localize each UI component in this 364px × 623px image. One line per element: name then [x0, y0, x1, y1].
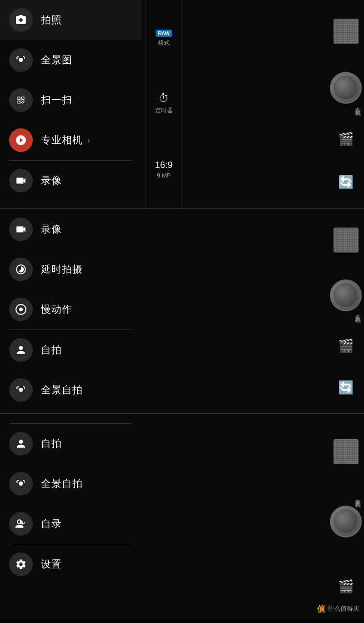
raw-badge: RAW — [156, 30, 172, 37]
pro-camera-icon-circle — [9, 128, 33, 152]
menu-item-pro-camera[interactable]: 专业相机 › — [0, 120, 141, 160]
pro-camera-label: 专业相机 — [41, 133, 83, 147]
menu-item-video[interactable]: 录像 — [0, 161, 141, 201]
watermark-text: 什么值得买 — [328, 605, 359, 613]
selfie2-label: 自拍 — [41, 437, 62, 451]
watermark: 值 什么值得买 — [317, 603, 359, 614]
shutter-inner — [334, 76, 358, 100]
video2-label: 录像 — [41, 223, 62, 236]
photo-thumbnail-3[interactable] — [334, 439, 359, 464]
ratio-control[interactable]: 16:9 9 MP — [155, 160, 173, 179]
panorama-selfie2-icon — [15, 479, 27, 489]
menu-item-scan[interactable]: 扫一扫 — [0, 80, 141, 120]
right-panel-3: 🎬 — [328, 414, 364, 619]
timer-control[interactable]: ⏱ 定时器 — [155, 92, 173, 115]
selfie-video-icon — [15, 518, 27, 530]
camera-section-1: 拍照 全景图 扫一扫 专业相机 — [0, 0, 364, 209]
menu-item-timelapse[interactable]: 延时拍摄 — [0, 249, 141, 289]
selfie2-icon-circle — [9, 432, 33, 456]
shutter-button[interactable] — [330, 72, 362, 104]
raw-format-control[interactable]: RAW 格式 — [156, 30, 172, 47]
scan-label: 扫一扫 — [41, 93, 72, 107]
camera-section-2: 录像 延时拍摄 慢动作 — [0, 209, 364, 414]
vertical-label-3: 专业相机 — [354, 494, 362, 498]
timer-icon: ⏱ — [158, 92, 169, 105]
panorama-label: 全景图 — [41, 53, 72, 67]
menu-item-panorama[interactable]: 全景图 — [0, 40, 141, 80]
photo-icon-circle — [9, 8, 33, 32]
slowmo-label: 慢动作 — [41, 303, 72, 316]
selfie-icon — [15, 344, 27, 356]
format-label: 格式 — [158, 39, 170, 47]
selfie-video-label: 自录 — [41, 517, 62, 531]
photo-thumbnail-2[interactable] — [334, 228, 359, 253]
video-icon-circle — [9, 169, 33, 192]
panorama-icon-circle — [9, 48, 33, 72]
menu-item-slowmo[interactable]: 慢动作 — [0, 289, 141, 329]
menu-list-2: 录像 延时拍摄 慢动作 — [0, 209, 141, 410]
switch-camera-icon-2[interactable]: 🔄 — [338, 380, 354, 395]
camera-section-3: 自拍 全景自拍 自录 设置 — [0, 414, 364, 619]
menu-list-1: 拍照 全景图 扫一扫 专业相机 — [0, 0, 141, 201]
scan-icon-circle — [9, 88, 33, 112]
menu-item-selfie2[interactable]: 自拍 — [0, 424, 141, 464]
selfie-icon-circle — [9, 338, 33, 362]
mp-value: 9 MP — [157, 172, 171, 179]
pro-camera-icon — [15, 134, 27, 146]
panorama-selfie2-icon-circle — [9, 472, 33, 496]
vertical-label-2: 专业相机 — [354, 309, 362, 313]
video-mode-icon[interactable]: 🎬 — [338, 132, 354, 147]
menu-list-3: 自拍 全景自拍 自录 设置 — [0, 414, 141, 584]
video-mode-icon-3[interactable]: 🎬 — [338, 579, 354, 594]
switch-camera-icon[interactable]: 🔄 — [338, 175, 354, 190]
shutter-inner-3 — [334, 509, 358, 534]
selfie-video-icon-circle — [9, 512, 33, 536]
selfie2-icon — [15, 438, 27, 450]
menu-item-settings[interactable]: 设置 — [0, 544, 141, 584]
panorama-selfie-icon-circle — [9, 378, 33, 402]
top-spacer — [0, 414, 141, 423]
timelapse-icon — [15, 263, 27, 275]
panorama-icon — [15, 55, 27, 65]
center-controls-1: RAW 格式 ⏱ 定时器 16:9 9 MP — [146, 0, 182, 208]
watermark-symbol: 值 — [317, 603, 325, 614]
video2-icon — [15, 223, 27, 235]
photo-thumbnail[interactable] — [334, 19, 359, 44]
slowmo-icon-circle — [9, 298, 33, 321]
timelapse-label: 延时拍摄 — [41, 263, 83, 276]
settings-icon — [15, 558, 27, 570]
panorama-selfie-icon — [15, 385, 27, 395]
selfie-label: 自拍 — [41, 343, 62, 357]
svg-point-0 — [19, 308, 23, 312]
slowmo-icon — [15, 304, 27, 315]
video2-icon-circle — [9, 218, 33, 241]
shutter-button-2[interactable] — [330, 279, 362, 311]
menu-item-selfie[interactable]: 自拍 — [0, 330, 141, 370]
panorama-selfie-label: 全景自拍 — [41, 383, 83, 397]
panorama-selfie2-label: 全景自拍 — [41, 477, 83, 491]
video-label: 录像 — [41, 174, 62, 187]
timer-label: 定时器 — [155, 106, 173, 115]
shutter-inner-2 — [334, 283, 358, 308]
vertical-label-1: 专业相机 — [354, 102, 362, 106]
menu-item-panorama-selfie2[interactable]: 全景自拍 — [0, 464, 141, 504]
shutter-button-3[interactable] — [330, 506, 362, 537]
photo-label: 拍照 — [41, 13, 62, 27]
menu-item-panorama-selfie[interactable]: 全景自拍 — [0, 370, 141, 410]
timelapse-icon-circle — [9, 258, 33, 281]
video-icon — [15, 175, 27, 187]
video-mode-icon-2[interactable]: 🎬 — [338, 338, 354, 353]
pro-camera-chevron: › — [87, 136, 90, 145]
menu-item-selfie-video[interactable]: 自录 — [0, 504, 141, 544]
settings-icon-circle — [9, 552, 33, 576]
menu-item-photo[interactable]: 拍照 — [0, 0, 141, 40]
ratio-value: 16:9 — [155, 160, 173, 170]
menu-item-video2[interactable]: 录像 — [0, 209, 141, 249]
settings-label: 设置 — [41, 557, 62, 571]
camera-icon — [15, 14, 27, 26]
scan-icon — [15, 94, 27, 106]
